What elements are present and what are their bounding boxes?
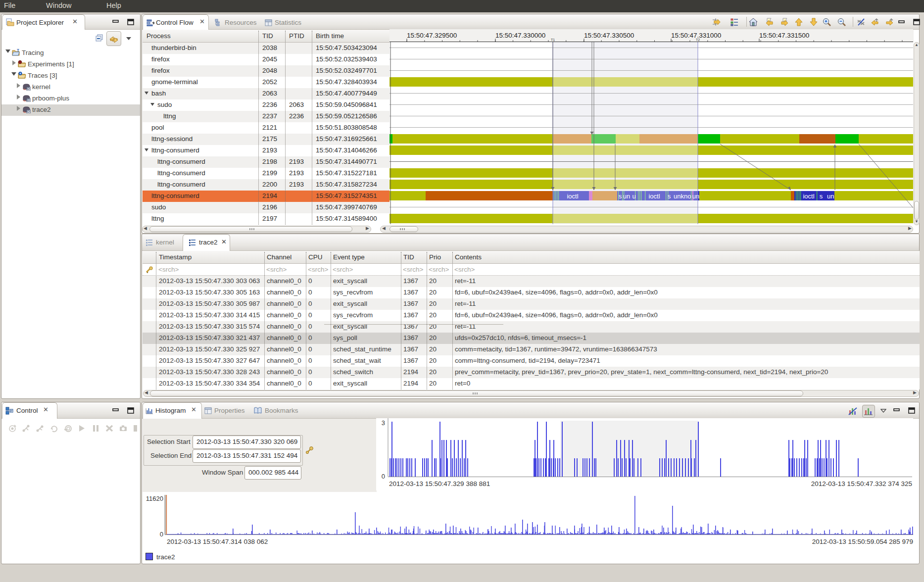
svg-text:15:50:47.329500: 15:50:47.329500 (407, 32, 457, 39)
svg-text:un: un (692, 193, 699, 200)
svg-text:s: s (820, 193, 823, 200)
svg-text:T2: T2 (696, 38, 700, 42)
svg-text:unkno: unkno (674, 193, 691, 200)
svg-text:u: u (632, 193, 635, 200)
svg-text:2012-03-13 15:50:47.314 038 06: 2012-03-13 15:50:47.314 038 062 (167, 538, 268, 545)
svg-text:un: un (623, 193, 630, 200)
svg-text:s: s (668, 193, 671, 200)
svg-text:3: 3 (382, 419, 385, 427)
svg-text:2012-03-13 15:50:47.329 388 88: 2012-03-13 15:50:47.329 388 881 (389, 480, 490, 487)
svg-text:15:50:47.331500: 15:50:47.331500 (759, 32, 809, 39)
svg-text:0: 0 (160, 531, 163, 538)
svg-text:s: s (619, 193, 622, 200)
svg-text:ioctl: ioctl (567, 193, 578, 200)
svg-text:ioctl: ioctl (648, 193, 660, 200)
svg-text:15:50:47.330500: 15:50:47.330500 (584, 32, 634, 39)
svg-text:2012-03-13 15:50:59.054 285 97: 2012-03-13 15:50:59.054 285 979 (812, 538, 913, 545)
svg-text:11620: 11620 (146, 495, 163, 502)
svg-text:15:50:47.330000: 15:50:47.330000 (495, 32, 545, 39)
svg-text:T1: T1 (551, 38, 555, 42)
svg-text:ioctl: ioctl (803, 193, 814, 200)
svg-text:0: 0 (382, 473, 385, 480)
svg-text:2012-03-13 15:50:47.332 374 32: 2012-03-13 15:50:47.332 374 325 (811, 480, 912, 487)
svg-text:T: T (17, 48, 19, 52)
svg-text:un: un (827, 193, 834, 200)
